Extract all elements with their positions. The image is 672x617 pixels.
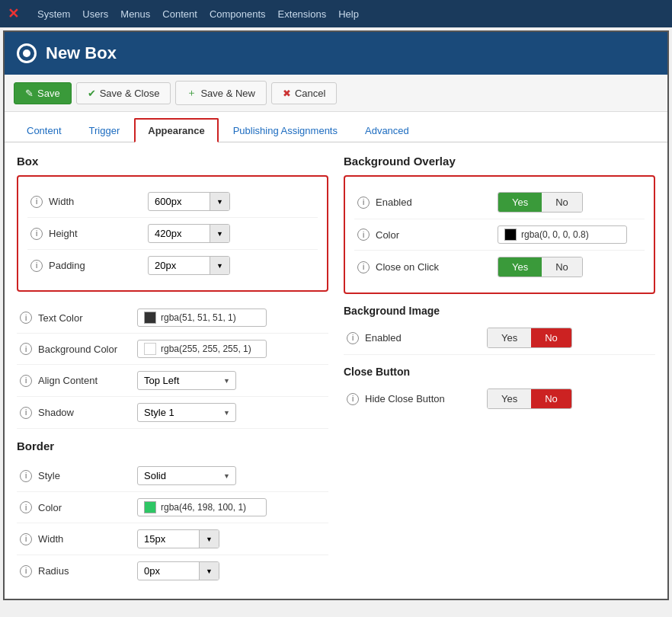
nav-help[interactable]: Help — [338, 8, 359, 20]
padding-label: Padding — [49, 260, 148, 271]
border-radius-label: Radius — [38, 565, 137, 577]
toolbar: ✎ Save ✔ Save & Close ＋ Save & New ✖ Can… — [5, 75, 667, 112]
page-title-icon — [17, 43, 37, 63]
shadow-control: Style 1 Style 2 None — [137, 403, 325, 422]
height-dropdown-btn[interactable] — [210, 225, 229, 242]
overlay-click-no-btn[interactable]: No — [542, 257, 582, 277]
save-close-button[interactable]: ✔ Save & Close — [76, 82, 171, 104]
width-label: Width — [49, 196, 148, 207]
align-select[interactable]: Top Left Top Center Center — [137, 371, 236, 390]
border-color-info-icon[interactable]: i — [20, 501, 32, 513]
bg-image-enabled-yes-btn[interactable]: Yes — [488, 328, 531, 347]
save-close-label: Save & Close — [100, 88, 160, 99]
padding-input[interactable] — [149, 257, 210, 274]
tab-advanced[interactable]: Advanced — [352, 119, 422, 142]
bg-image-enabled-label: Enabled — [365, 332, 487, 344]
border-radius-info-icon[interactable]: i — [20, 565, 32, 577]
width-input-dropdown[interactable] — [148, 192, 230, 211]
save-new-button[interactable]: ＋ Save & New — [175, 81, 267, 105]
hide-close-yes-btn[interactable]: Yes — [488, 389, 531, 408]
main-content: Box i Width i Height — [5, 142, 667, 599]
tabs-bar: Content Trigger Appearance Publishing As… — [5, 112, 667, 142]
overlay-click-field-row: i Close on Click Yes No — [354, 251, 645, 283]
border-radius-control — [137, 561, 325, 580]
padding-input-dropdown[interactable] — [148, 256, 230, 275]
hide-close-no-btn[interactable]: No — [531, 389, 571, 408]
border-style-info-icon[interactable]: i — [20, 470, 32, 482]
align-select-wrapper: Top Left Top Center Center — [137, 371, 236, 390]
border-width-dropdown-btn[interactable] — [199, 530, 219, 548]
top-navigation: ✕ System Users Menus Content Components … — [0, 0, 672, 27]
bg-image-enabled-toggle: Yes No — [487, 328, 572, 348]
hide-close-label: Hide Close Button — [365, 393, 487, 404]
nav-content[interactable]: Content — [162, 8, 197, 20]
overlay-enabled-control: Yes No — [498, 192, 642, 213]
padding-info-icon[interactable]: i — [30, 260, 43, 272]
nav-components[interactable]: Components — [210, 8, 266, 20]
cancel-button[interactable]: ✖ Cancel — [271, 82, 337, 104]
tab-publishing[interactable]: Publishing Assignments — [220, 119, 350, 142]
overlay-enabled-no-btn[interactable]: No — [542, 193, 582, 212]
overlay-enabled-toggle: Yes No — [498, 192, 583, 213]
width-info-icon[interactable]: i — [30, 196, 43, 208]
page-title-bar: New Box — [5, 32, 667, 75]
bg-image-section-title: Background Image — [344, 305, 655, 317]
tab-appearance[interactable]: Appearance — [134, 118, 218, 142]
border-width-info-icon[interactable]: i — [20, 533, 32, 545]
save-button[interactable]: ✎ Save — [14, 82, 72, 104]
overlay-enabled-label: Enabled — [376, 197, 498, 208]
bg-color-input[interactable]: rgba(255, 255, 255, 1) — [137, 340, 267, 358]
bg-image-enabled-info-icon[interactable]: i — [347, 332, 359, 344]
border-width-input-dropdown[interactable] — [137, 529, 219, 548]
overlay-color-info-icon[interactable]: i — [357, 229, 370, 241]
overlay-enabled-yes-btn[interactable]: Yes — [498, 193, 542, 212]
width-input[interactable] — [149, 193, 210, 210]
overlay-enabled-info-icon[interactable]: i — [357, 197, 370, 209]
align-content-field-row: i Align Content Top Left Top Center Cent… — [17, 365, 328, 397]
bg-color-field-row: i Background Color rgba(255, 255, 255, 1… — [17, 334, 328, 365]
overlay-click-info-icon[interactable]: i — [357, 261, 370, 273]
overlay-click-yes-btn[interactable]: Yes — [498, 257, 542, 277]
border-radius-dropdown-btn[interactable] — [199, 562, 219, 580]
border-color-control: rgba(46, 198, 100, 1) — [137, 498, 325, 516]
height-info-icon[interactable]: i — [30, 228, 43, 240]
text-color-field-row: i Text Color rgba(51, 51, 51, 1) — [17, 302, 328, 334]
border-color-input[interactable]: rgba(46, 198, 100, 1) — [137, 498, 267, 516]
border-color-swatch — [144, 501, 156, 513]
border-style-label: Style — [38, 470, 137, 481]
border-radius-input[interactable] — [138, 562, 199, 580]
text-color-info-icon[interactable]: i — [20, 312, 32, 324]
border-width-input[interactable] — [138, 530, 199, 548]
border-style-select[interactable]: Solid Dashed None — [137, 466, 236, 485]
align-info-icon[interactable]: i — [20, 375, 32, 387]
height-label: Height — [49, 228, 148, 239]
padding-dropdown-btn[interactable] — [210, 257, 229, 274]
hide-close-info-icon[interactable]: i — [347, 393, 359, 405]
height-input-dropdown[interactable] — [148, 224, 230, 243]
tab-trigger[interactable]: Trigger — [76, 119, 133, 142]
nav-users[interactable]: Users — [82, 8, 108, 20]
close-button-section-title: Close Button — [344, 366, 655, 378]
bg-color-info-icon[interactable]: i — [20, 343, 32, 355]
width-dropdown-btn[interactable] — [210, 193, 229, 210]
text-color-control: rgba(51, 51, 51, 1) — [137, 308, 325, 327]
shadow-info-icon[interactable]: i — [20, 407, 32, 419]
padding-control — [148, 256, 315, 275]
nav-extensions[interactable]: Extensions — [278, 8, 327, 20]
shadow-select[interactable]: Style 1 Style 2 None — [137, 403, 236, 422]
bg-image-enabled-no-btn[interactable]: No — [531, 328, 571, 347]
shadow-field-row: i Shadow Style 1 Style 2 None — [17, 397, 328, 429]
overlay-color-input[interactable]: rgba(0, 0, 0, 0.8) — [498, 225, 627, 244]
bg-image-enabled-control: Yes No — [487, 328, 652, 348]
overlay-color-control: rgba(0, 0, 0, 0.8) — [498, 225, 642, 244]
overlay-click-toggle: Yes No — [498, 257, 583, 277]
text-color-input[interactable]: rgba(51, 51, 51, 1) — [137, 308, 267, 327]
border-radius-input-dropdown[interactable] — [137, 561, 219, 580]
shadow-select-wrapper: Style 1 Style 2 None — [137, 403, 236, 422]
bg-color-label: Background Color — [38, 344, 137, 355]
check-icon: ✔ — [88, 88, 96, 99]
nav-menus[interactable]: Menus — [120, 8, 150, 20]
height-input[interactable] — [149, 225, 210, 242]
nav-system[interactable]: System — [37, 8, 70, 20]
tab-content[interactable]: Content — [14, 119, 75, 142]
